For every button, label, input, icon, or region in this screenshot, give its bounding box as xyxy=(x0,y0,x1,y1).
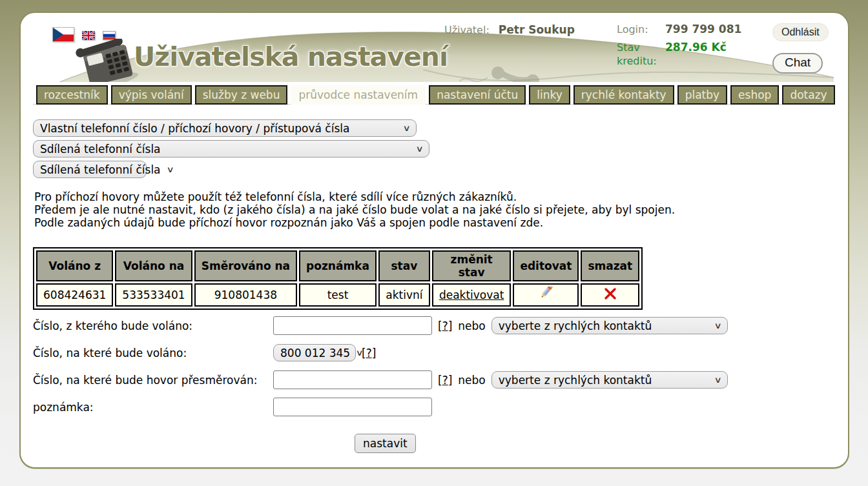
deactivate-link[interactable]: deaktivovat xyxy=(439,289,504,301)
tab-vypis-volani[interactable]: výpis volání xyxy=(111,85,192,105)
phone-image xyxy=(74,39,141,82)
page-title: Uživatelská nastavení xyxy=(134,41,448,72)
cell-called-from: 608424631 xyxy=(36,283,113,307)
red-x-icon[interactable] xyxy=(603,287,617,300)
user-name: Petr Soukup xyxy=(499,23,575,36)
question-link[interactable]: ? xyxy=(442,319,448,332)
col-called-to: Voláno na xyxy=(115,250,192,281)
select-value: vyberte z rychlých kontaktů xyxy=(499,374,652,387)
help-link[interactable]: [?] xyxy=(362,347,376,359)
col-edit: editovat xyxy=(513,250,579,281)
tab-pruvodce-nastavenim[interactable]: průvodce nastavením xyxy=(291,85,426,105)
category-select[interactable]: Vlastní telefonní číslo / příchozí hovor… xyxy=(33,119,417,137)
chevron-down-icon: ∨ xyxy=(403,123,411,133)
col-note: poznámka xyxy=(299,250,377,281)
credit-value: 287.96 Kč xyxy=(665,41,727,54)
called-to-label: Číslo, na které bude voláno: xyxy=(33,347,273,359)
col-routed-to: Směrováno na xyxy=(194,250,297,281)
note-input[interactable] xyxy=(273,398,432,416)
col-change-status: změnit stav xyxy=(432,250,512,281)
subcategory-select-value: Sdílená telefonní čísla xyxy=(40,143,161,156)
subpage-select-value: Sdílená telefonní čísla xyxy=(40,163,161,176)
tab-dotazy[interactable]: dotazy xyxy=(782,85,834,105)
shared-numbers-table: Voláno z Voláno na Směrováno na poznámka… xyxy=(33,247,643,310)
cell-called-to: 533533401 xyxy=(115,283,192,307)
question-link[interactable]: ? xyxy=(442,374,448,387)
form-row-note: poznámka: xyxy=(33,398,836,416)
form-row-redirect: Číslo, na které bude hovor přesměrován: … xyxy=(33,370,836,389)
bracket: [ xyxy=(438,374,442,387)
bracket: ] xyxy=(448,319,453,332)
redirect-input[interactable] xyxy=(273,370,432,389)
called-from-label: Číslo, z kterého bude voláno: xyxy=(33,319,273,332)
route-form: Číslo, z kterého bude voláno: [?] nebo v… xyxy=(33,316,836,453)
question-link[interactable]: ? xyxy=(366,347,372,359)
chevron-down-icon: ∨ xyxy=(166,165,174,174)
cell-note: test xyxy=(299,283,377,307)
chevron-down-icon: ∨ xyxy=(356,348,364,358)
cell-delete xyxy=(581,283,639,307)
bracket: ] xyxy=(448,374,453,387)
content-area: Vlastní telefonní číslo / příchozí hovor… xyxy=(33,119,836,453)
note-label: poznámka: xyxy=(33,401,273,414)
login-label: Login: xyxy=(617,23,648,35)
main-window: Uživatelská nastavení Uživatel:Petr Souk… xyxy=(19,12,849,469)
user-label: Uživatel: xyxy=(444,24,490,36)
form-row-called-from: Číslo, z kterého bude voláno: [?] nebo v… xyxy=(33,316,836,335)
col-called-from: Voláno z xyxy=(36,250,113,281)
intro-line-1: Pro příchozí hovory můžete použít též te… xyxy=(34,190,836,203)
or-label: nebo xyxy=(458,319,485,332)
bracket: ] xyxy=(372,347,377,359)
chevron-down-icon: ∨ xyxy=(714,321,722,330)
user-info: Uživatel:Petr Soukup xyxy=(444,23,575,36)
tab-linky[interactable]: linky xyxy=(529,85,570,105)
cell-status: aktivní xyxy=(378,283,430,307)
cell-routed-to: 910801438 xyxy=(194,283,297,307)
category-select-value: Vlastní telefonní číslo / příchozí hovor… xyxy=(40,122,349,135)
redirect-label: Číslo, na které bude hovor přesměrován: xyxy=(33,374,273,387)
intro-text: Pro příchozí hovory můžete použít též te… xyxy=(34,190,836,229)
intro-line-3: Podle zadaných údajů bude příchozí hovor… xyxy=(34,216,836,229)
col-status: stav xyxy=(378,250,430,281)
intro-line-2: Předem je ale nutné nastavit, kdo (z jak… xyxy=(34,203,836,216)
quick-contacts-select-redirect[interactable]: vyberte z rychlých kontaktů ∨ xyxy=(491,371,728,389)
credit-label: Stav kreditu: xyxy=(617,41,662,68)
chevron-down-icon: ∨ xyxy=(714,375,722,385)
cell-edit xyxy=(513,283,579,307)
help-link[interactable]: [?] xyxy=(438,319,452,332)
help-link[interactable]: [?] xyxy=(438,374,452,387)
called-number-select[interactable]: 800 012 345 ∨ xyxy=(273,344,356,361)
table-row: 608424631 533533401 910801438 test aktiv… xyxy=(36,283,639,307)
subcategory-select[interactable]: Sdílená telefonní čísla ∨ xyxy=(33,140,429,157)
main-navigation: rozcestník výpis volání služby z webu pr… xyxy=(33,85,835,105)
called-from-input[interactable] xyxy=(273,316,432,335)
pencil-icon[interactable] xyxy=(537,287,554,301)
select-value: vyberte z rychlých kontaktů xyxy=(499,319,652,332)
login-value: 799 799 081 xyxy=(665,23,741,35)
chevron-down-icon: ∨ xyxy=(416,144,424,154)
bracket: [ xyxy=(438,319,442,332)
czech-flag-icon[interactable] xyxy=(52,27,74,42)
tab-rychle-kontakty[interactable]: rychlé kontakty xyxy=(574,85,674,105)
col-delete: smazat xyxy=(581,250,639,281)
tab-sluzby-z-webu[interactable]: služby z webu xyxy=(195,85,288,105)
chat-button[interactable]: Chat xyxy=(772,53,823,74)
tab-nastaveni-uctu[interactable]: nastavení účtu xyxy=(429,85,526,105)
subpage-select[interactable]: Sdílená telefonní čísla ∨ xyxy=(33,161,147,178)
tab-platby[interactable]: platby xyxy=(677,85,727,105)
table-header-row: Voláno z Voláno na Směrováno na poznámka… xyxy=(36,250,639,281)
tab-rozcestnik[interactable]: rozcestník xyxy=(36,85,108,105)
or-label: nebo xyxy=(458,374,485,387)
cell-change-status: deaktivovat xyxy=(432,283,512,307)
form-row-called-to: Číslo, na které bude voláno: 800 012 345… xyxy=(33,343,836,362)
select-value: 800 012 345 xyxy=(280,347,350,359)
tab-eshop[interactable]: eshop xyxy=(730,85,779,105)
submit-button[interactable]: nastavit xyxy=(355,434,416,453)
logout-button[interactable]: Odhlásit xyxy=(772,23,829,41)
quick-contacts-select-from[interactable]: vyberte z rychlých kontaktů ∨ xyxy=(491,317,728,334)
